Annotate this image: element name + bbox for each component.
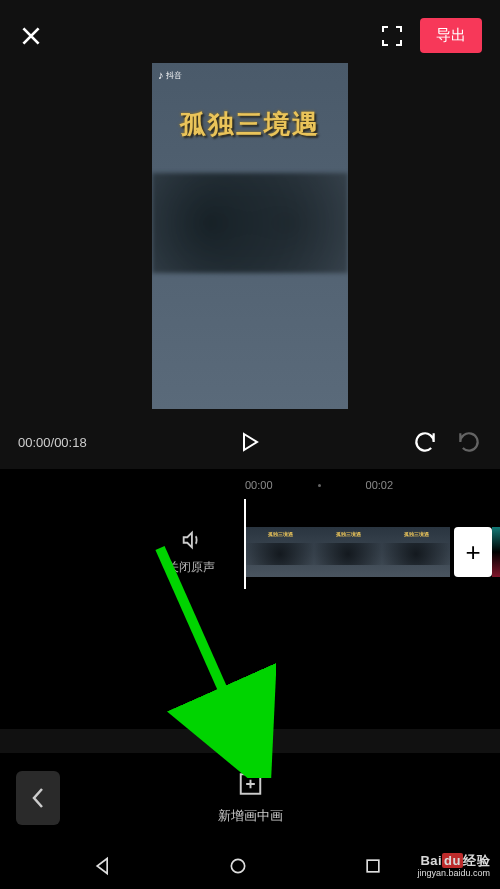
chevron-left-icon	[31, 787, 45, 809]
video-title-text: 孤独三境遇	[152, 107, 348, 142]
mute-label: 关闭原声	[167, 559, 215, 576]
clip-end-cap	[492, 527, 500, 577]
clip-thumbnail[interactable]: 孤独三境遇	[314, 527, 382, 577]
preview-area: ♪抖音 孤独三境遇	[0, 63, 500, 419]
video-preview[interactable]: ♪抖音 孤独三境遇	[152, 63, 348, 409]
play-icon[interactable]	[237, 430, 261, 454]
undo-icon[interactable]	[412, 429, 438, 455]
add-square-icon	[237, 771, 263, 797]
playback-bar: 00:00/00:18	[0, 419, 500, 469]
pip-label: 新增画中画	[218, 807, 283, 825]
time-ruler: 00:00 00:02	[0, 469, 500, 495]
speaker-icon	[180, 529, 202, 551]
baidu-watermark: Baidu经验 jingyan.baidu.com	[417, 853, 490, 879]
nav-home-icon[interactable]	[228, 856, 248, 876]
add-pip-button[interactable]: 新增画中画	[218, 771, 283, 825]
video-track[interactable]: 孤独三境遇 孤独三境遇 孤独三境遇	[246, 527, 450, 577]
ruler-tick: 00:00	[245, 479, 273, 491]
video-content-band	[152, 173, 348, 273]
ruler-dot	[318, 484, 321, 487]
fullscreen-icon[interactable]	[380, 24, 404, 48]
bottom-toolbar: 新增画中画	[0, 753, 500, 843]
nav-recent-icon[interactable]	[363, 856, 383, 876]
clip-thumbnail[interactable]: 孤独三境遇	[246, 527, 314, 577]
export-button[interactable]: 导出	[420, 18, 482, 53]
nav-back-icon[interactable]	[93, 856, 113, 876]
time-display: 00:00/00:18	[18, 435, 87, 450]
mute-original-sound-button[interactable]: 关闭原声	[167, 529, 215, 576]
clip-thumbnail[interactable]: 孤独三境遇	[382, 527, 450, 577]
playhead[interactable]	[244, 499, 246, 589]
close-icon[interactable]	[18, 23, 44, 49]
svg-point-2	[231, 859, 244, 872]
redo-icon[interactable]	[456, 429, 482, 455]
timeline-section: 00:00 00:02 关闭原声 孤独三境遇 孤独三境遇 孤独三境遇 +	[0, 469, 500, 729]
plus-icon: +	[465, 537, 480, 568]
back-button[interactable]	[16, 771, 60, 825]
add-clip-button[interactable]: +	[454, 527, 492, 577]
top-bar: 导出	[0, 0, 500, 63]
svg-rect-3	[367, 860, 379, 872]
douyin-watermark: ♪抖音	[158, 69, 182, 81]
ruler-tick: 00:02	[366, 479, 394, 491]
